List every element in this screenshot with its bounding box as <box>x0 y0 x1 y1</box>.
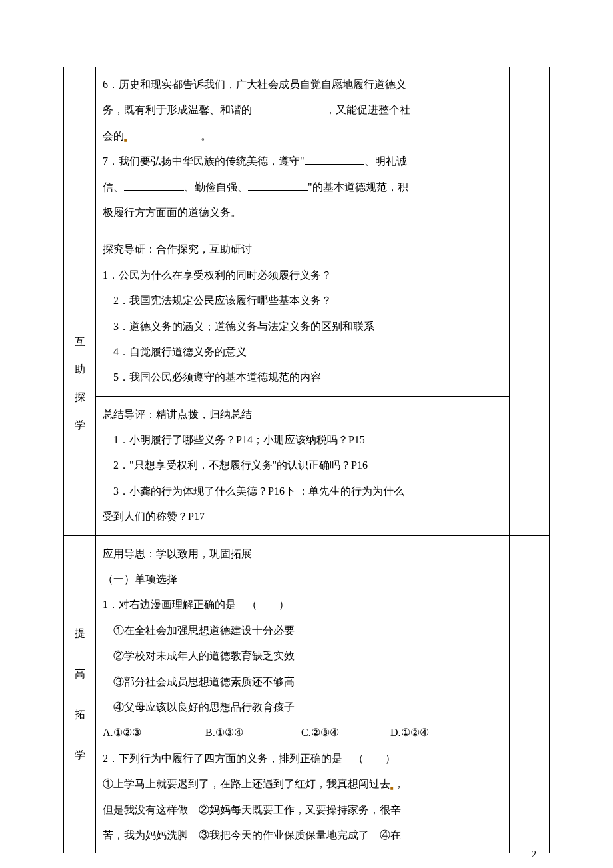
option-d[interactable]: D.①②④ <box>390 720 429 745</box>
question: 2．"只想享受权利，不想履行义务"的认识正确吗？P16 <box>103 453 502 478</box>
answer-options: A.①②③ B.①③④ C.②③④ D.①②④ <box>103 720 502 745</box>
text-line: 7．我们要弘扬中华民族的传统美德，遵守"、明礼诚 <box>103 149 502 174</box>
question: 5．我国公民必须遵守的基本道德规范的内容 <box>103 365 502 390</box>
margin-cell <box>510 535 550 853</box>
row-label-empty <box>64 67 96 231</box>
label-char: 学 <box>71 411 89 439</box>
option-text: ②学校对未成年人的道德教育缺乏实效 <box>103 643 502 669</box>
question: 2．下列行为中履行了四方面的义务，排列正确的是 （ ） <box>103 746 502 771</box>
question-line: 苦，我为妈妈洗脚 ③我把今天的作业保质保量地完成了 ④在 <box>103 823 502 848</box>
text-line: 极履行方方面面的道德义务。 <box>103 200 502 225</box>
question: 1．对右边漫画理解正确的是 （ ） <box>103 592 502 617</box>
question-line: 但是我没有这样做 ②妈妈每天既要工作，又要操持家务，很辛 <box>103 797 502 823</box>
fill-blank[interactable] <box>127 128 201 139</box>
question: 1．小明履行了哪些义务？P14；小珊应该纳税吗？P15 <box>103 427 502 453</box>
label-char: 提 <box>71 613 89 654</box>
question: 4．自觉履行道德义务的意义 <box>103 339 502 365</box>
text-line: 信、、勤俭自强、"的基本道德规范，积 <box>103 175 502 200</box>
option-a[interactable]: A.①②③ <box>103 720 203 745</box>
text: 、勤俭自强、 <box>184 181 248 193</box>
text: 信、 <box>103 181 124 193</box>
header-rule <box>63 47 550 47</box>
text-line: 务，既有利于形成温馨、和谐的，又能促进整个社 <box>103 97 502 123</box>
text: ， <box>394 778 404 789</box>
practice-content: 应用导思：学以致用，巩固拓展 （一）单项选择 1．对右边漫画理解正确的是 （ ）… <box>96 535 510 853</box>
top-content: 6．历史和现实都告诉我们，广大社会成员自觉自愿地履行道德义 务，既有利于形成温馨… <box>96 67 510 231</box>
text: 、明礼诚 <box>364 155 407 167</box>
text-line: 会的■。 <box>103 123 502 149</box>
fill-blank[interactable] <box>252 102 325 113</box>
section-label-study: 互 助 探 学 <box>64 231 96 535</box>
fill-blank[interactable] <box>124 179 184 191</box>
text: 会的 <box>103 130 124 141</box>
summary-content: 总结导评：精讲点拨，归纳总结 1．小明履行了哪些义务？P14；小珊应该纳税吗？P… <box>96 396 510 535</box>
text: "的基本道德规范，积 <box>308 181 408 193</box>
option-text: ③部分社会成员思想道德素质还不够高 <box>103 669 502 695</box>
page-number: 2 <box>532 849 536 860</box>
text: ，又能促进整个社 <box>325 104 410 115</box>
question: 3．小龚的行为体现了什么美德？P16下 ；单先生的行为为什么 <box>103 479 502 504</box>
label-char: 互 <box>71 328 89 356</box>
text: 务，既有利于形成温馨、和谐的 <box>103 104 252 115</box>
worksheet-table: 6．历史和现实都告诉我们，广大社会成员自觉自愿地履行道德义 务，既有利于形成温馨… <box>63 67 550 853</box>
question: 3．道德义务的涵义；道德义务与法定义务的区别和联系 <box>103 314 502 339</box>
margin-cell <box>510 231 550 535</box>
fill-blank[interactable] <box>305 153 364 165</box>
question: 受到人们的称赞？P17 <box>103 504 502 529</box>
text: 7．我们要弘扬中华民族的传统美德，遵守" <box>103 155 305 167</box>
sub-heading: 探究导研：合作探究，互助研讨 <box>103 237 502 262</box>
discuss-content: 探究导研：合作探究，互助研讨 1．公民为什么在享受权利的同时必须履行义务？ 2．… <box>96 231 510 396</box>
label-char: 拓 <box>71 695 89 735</box>
section-title: （一）单项选择 <box>103 567 502 592</box>
margin-cell <box>510 67 550 231</box>
label-char: 高 <box>71 654 89 695</box>
label-char: 探 <box>71 383 89 411</box>
question: 1．公民为什么在享受权利的同时必须履行义务？ <box>103 263 502 288</box>
option-b[interactable]: B.①③④ <box>205 720 299 745</box>
section-label-extend: 提 高 拓 学 <box>64 535 96 853</box>
text-line: 6．历史和现实都告诉我们，广大社会成员自觉自愿地履行道德义 <box>103 72 502 97</box>
option-text: ④父母应该以良好的思想品行教育孩子 <box>103 695 502 720</box>
option-text: ①在全社会加强思想道德建设十分必要 <box>103 618 502 643</box>
label-char: 学 <box>71 735 89 776</box>
fill-blank[interactable] <box>248 179 308 191</box>
label-char: 助 <box>71 355 89 383</box>
option-c[interactable]: C.②③④ <box>301 720 388 745</box>
question-line: ①上学马上就要迟到了，在路上还遇到了红灯，我真想闯过去■， <box>103 771 502 797</box>
text: 。 <box>201 130 211 141</box>
sub-heading: 总结导评：精讲点拨，归纳总结 <box>103 402 502 427</box>
text: ①上学马上就要迟到了，在路上还遇到了红灯，我真想闯过去 <box>103 778 390 789</box>
sub-heading: 应用导思：学以致用，巩固拓展 <box>103 541 502 567</box>
question: 2．我国宪法规定公民应该履行哪些基本义务？ <box>103 288 502 313</box>
